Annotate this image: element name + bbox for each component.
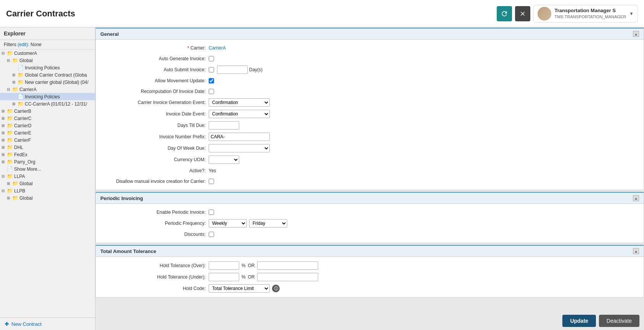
tree-item[interactable]: ⊟📁CarrierA — [0, 86, 95, 93]
tree-item[interactable]: ⊞📁CarrierE — [0, 129, 95, 136]
tree-item[interactable]: ⊞📁Global — [0, 194, 95, 202]
days-till-due-label: Days Till Due: — [102, 123, 209, 128]
periodic-day-select[interactable]: Monday Tuesday Wednesday Thursday Friday… — [249, 219, 287, 227]
tree-item-label: CarrierA — [19, 87, 37, 92]
active-label: Active?: — [102, 168, 209, 173]
hold-over-pct-input[interactable] — [209, 261, 239, 270]
hold-over-amount-input[interactable] — [257, 261, 318, 270]
carrier-value[interactable]: CarrierA — [209, 45, 226, 51]
tree-item[interactable]: ⊞📁New carrier global (Global) (04/ — [0, 78, 95, 86]
periodic-content: Enable Periodic Invoice: Periodic Freque… — [96, 204, 644, 243]
auto-submit-days-input[interactable] — [217, 66, 248, 74]
tree-toggle-icon: ⊞ — [2, 145, 7, 149]
tree-item[interactable]: ⊟📁CustomerA — [0, 50, 95, 57]
tree-item[interactable]: ⊞📁Parry_Org — [0, 158, 95, 165]
tree-item-label: CC-CarrierA (01/01/12 - 12/31/ — [25, 101, 87, 107]
folder-icon: 📁 — [12, 58, 18, 63]
new-contract-link[interactable]: New Contract — [11, 321, 42, 327]
tree-item[interactable]: ⊟📁LLPA — [0, 173, 95, 180]
tree-item[interactable]: ⊟📁LLPB — [0, 187, 95, 194]
close-button[interactable] — [515, 6, 530, 21]
hold-under-pct-input[interactable] — [209, 273, 239, 281]
tree-item[interactable]: ⊞📁FedEx — [0, 151, 95, 158]
invoice-date-event-select[interactable]: Confirmation Departure Arrival — [209, 110, 270, 118]
auto-submit-checkbox[interactable] — [209, 67, 214, 72]
disallow-manual-row: Disallow manual invoice creation for Car… — [96, 176, 644, 187]
tree-item[interactable]: 📄Invoicing Policies — [0, 64, 95, 71]
tree-item[interactable]: ⊞📁CarrierC — [0, 115, 95, 122]
folder-icon: 📁 — [12, 195, 18, 201]
tree-toggle-icon: ⊞ — [12, 102, 18, 106]
hold-under-amount-input[interactable] — [257, 273, 318, 281]
periodic-frequency-row: Periodic Frequency: Daily Weekly Monthly… — [96, 218, 644, 229]
tree-item[interactable]: ⊞📁CarrierB — [0, 107, 95, 115]
tree-item[interactable]: 📄Invoicing Policies — [0, 93, 95, 100]
tree-toggle-icon: ⊞ — [12, 73, 18, 77]
tree-item[interactable]: ⊞📁CarrierD — [0, 122, 95, 129]
periodic-frequency-select[interactable]: Daily Weekly Monthly — [209, 219, 247, 227]
tree-item-label: Global — [19, 58, 33, 63]
tree-item-label: Global — [19, 195, 33, 201]
user-menu[interactable]: Transportation Manager S TMS.TRANSPORTAT… — [533, 5, 638, 22]
filters-edit-link[interactable]: (edit): — [18, 42, 29, 47]
tree-toggle-icon: ⊟ — [2, 174, 7, 178]
carrier-row: * Carrier: CarrierA — [96, 43, 644, 53]
deactivate-button[interactable]: Deactivate — [599, 315, 639, 327]
tree-item[interactable]: 📄Show More... — [0, 165, 95, 173]
tree-item[interactable]: ⊞📁DHL — [0, 144, 95, 151]
filters-value: None — [31, 42, 42, 47]
tree-toggle-icon: ⊞ — [2, 160, 7, 164]
invoice-prefix-input[interactable] — [209, 133, 270, 141]
tree-item[interactable]: ⊞📁Global Carrier Contract (Globa — [0, 71, 95, 78]
days-till-due-input[interactable] — [209, 121, 239, 130]
hold-code-row: Hold Code: Total Tolerance Limit ⓘ — [96, 283, 644, 294]
folder-icon: 📁 — [7, 123, 13, 128]
disallow-manual-checkbox[interactable] — [209, 179, 214, 184]
recomputation-checkbox[interactable] — [209, 89, 214, 94]
required-star: * — [187, 45, 189, 51]
folder-icon: 📁 — [7, 50, 13, 56]
tree-item[interactable]: ⊞📁CC-CarrierA (01/01/12 - 12/31/ — [0, 100, 95, 107]
invoice-prefix-label: Invoice Number Prefix: — [102, 134, 209, 139]
discounts-checkbox[interactable] — [209, 232, 214, 237]
hold-under-controls: % OR — [209, 273, 318, 281]
periodic-section: Periodic Invoicing ▲ Enable Periodic Inv… — [95, 192, 644, 243]
hold-over-label: Hold Tolerance (Over): — [102, 263, 209, 268]
folder-icon: 📁 — [7, 130, 13, 136]
enable-periodic-checkbox[interactable] — [209, 210, 214, 215]
periodic-scroll-up[interactable]: ▲ — [633, 195, 639, 201]
tree-item[interactable]: ⊞📁CarrierF — [0, 136, 95, 144]
tree-toggle-icon: ⊞ — [2, 123, 7, 128]
tolerance-scroll-up[interactable]: ▲ — [633, 248, 639, 254]
general-scroll-up[interactable]: ▲ — [633, 31, 639, 37]
tree-toggle-icon: ⊟ — [2, 51, 7, 55]
refresh-button[interactable] — [497, 6, 512, 21]
hold-code-controls: Total Tolerance Limit ⓘ — [209, 284, 280, 293]
tree-item[interactable]: ⊞📁Global — [0, 180, 95, 187]
folder-icon: 📁 — [7, 188, 13, 194]
hold-code-info-icon[interactable]: ⓘ — [272, 285, 280, 292]
chevron-down-icon: ▼ — [629, 11, 634, 16]
allow-movement-checkbox[interactable] — [209, 78, 214, 83]
currency-uom-select[interactable] — [209, 155, 239, 164]
tree-item-label: Global — [19, 181, 33, 186]
auto-submit-row: Auto Submit Invoice: Day(s) — [96, 64, 644, 75]
tree-toggle-icon: ⊟ — [7, 58, 12, 62]
carrier-event-label: Carrier Invoice Generation Event: — [102, 100, 209, 105]
auto-generate-label: Auto Generate Invoice: — [102, 56, 209, 61]
folder-icon: 📁 — [7, 144, 13, 150]
plus-icon: ✚ — [5, 321, 9, 327]
update-button[interactable]: Update — [562, 315, 596, 327]
auto-generate-checkbox[interactable] — [209, 56, 214, 61]
tree-item-label: CarrierD — [14, 123, 31, 128]
user-role: TMS.TRANSPORTATION_MANAGER — [554, 14, 626, 20]
tree-item-label: New carrier global (Global) (04/ — [25, 80, 89, 85]
general-section-header: General ▲ — [96, 28, 644, 40]
hold-code-select[interactable]: Total Tolerance Limit — [209, 284, 270, 293]
day-of-week-select[interactable]: Monday Tuesday Wednesday Thursday Friday… — [209, 144, 270, 152]
carrier-event-select[interactable]: Confirmation Departure Arrival — [209, 98, 270, 107]
footer-bar: Update Deactivate — [558, 312, 644, 330]
tree-item[interactable]: ⊟📁Global — [0, 57, 95, 64]
general-section: General ▲ * Carrier: CarrierA Auto Gener… — [95, 27, 644, 190]
day-of-week-label: Day Of Week Due: — [102, 146, 209, 151]
